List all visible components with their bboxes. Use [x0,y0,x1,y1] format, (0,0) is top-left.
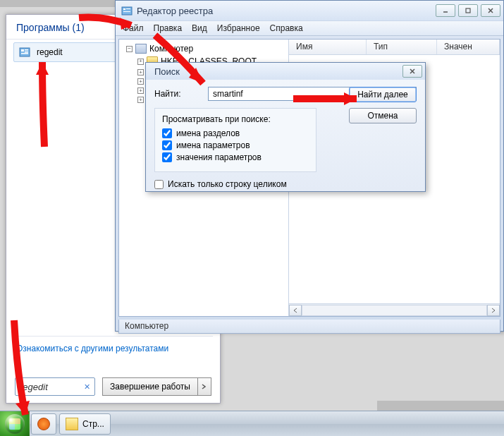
shutdown-label[interactable]: Завершение работы [102,377,197,396]
shutdown-button[interactable]: Завершение работы [102,377,211,396]
minimize-button[interactable] [436,4,455,17]
expand-icon[interactable]: + [137,97,144,103]
shutdown-menu-arrow[interactable] [197,377,211,396]
menu-view[interactable]: Вид [192,23,207,33]
titlebar[interactable]: Редактор реестра [116,1,503,20]
tree-root-label: Компьютер [149,44,193,54]
svg-rect-8 [123,11,130,12]
taskbar: Стр... [0,411,504,436]
clear-search-icon[interactable]: ✕ [84,382,90,392]
maximize-button[interactable] [458,4,478,17]
divider [13,336,213,337]
window-title: Редактор реестра [137,6,436,16]
search-scope-group: Просматривать при поиске: имена разделов… [154,108,316,172]
taskbar-button-explorer[interactable]: Стр... [59,413,111,435]
list-header: Имя Тип Значен [289,40,500,55]
svg-rect-2 [25,49,28,51]
checkbox[interactable] [162,152,172,162]
cancel-button[interactable]: Отмена [349,108,417,123]
folder-icon [66,418,78,430]
tree-root[interactable]: − Компьютер [121,42,287,55]
group-title: Просматривать при поиске: [162,114,309,124]
windows-logo-icon [5,414,25,434]
chk-keys[interactable]: имена разделов [162,128,309,138]
find-label: Найти: [154,89,199,99]
checkbox[interactable] [162,128,172,138]
firefox-icon [37,418,50,430]
chk-values[interactable]: имена параметров [162,140,309,150]
menu-favorites[interactable]: Избранное [217,23,260,33]
svg-rect-4 [21,53,28,54]
col-type[interactable]: Тип [367,40,437,54]
svg-rect-1 [21,49,24,52]
svg-rect-6 [123,8,125,10]
search-input[interactable] [20,382,78,392]
more-results-link[interactable]: Ознакомиться с другими результатами [16,344,168,353]
close-button[interactable] [481,4,500,17]
start-result-label: regedit [37,47,63,57]
start-search-box[interactable]: ✕ [15,377,95,396]
svg-rect-7 [126,8,130,9]
svg-rect-10 [466,8,470,13]
checkbox[interactable] [162,140,172,150]
svg-rect-3 [25,52,28,53]
col-value[interactable]: Значен [437,40,500,54]
menu-help[interactable]: Справка [270,23,303,33]
taskbar-button-firefox[interactable] [31,413,56,435]
chevron-right-icon [202,384,207,389]
regedit-icon [18,46,31,59]
scroll-left-button[interactable] [289,305,302,316]
scroll-right-button[interactable] [487,305,500,316]
checkbox[interactable] [154,180,164,189]
find-dialog: Поиск Найти: Просматривать при поиске: и… [145,62,426,192]
expand-icon[interactable]: + [137,59,144,65]
find-next-button[interactable]: Найти далее [349,87,417,102]
expand-icon[interactable]: + [137,78,144,85]
svg-rect-5 [122,7,132,15]
menu-file[interactable]: Файл [123,23,144,33]
expand-icon[interactable]: + [137,87,144,94]
menu-edit[interactable]: Правка [154,23,183,33]
scrollbar-track[interactable] [302,305,487,316]
col-name[interactable]: Имя [289,40,367,54]
dialog-title: Поиск [152,66,402,77]
computer-icon [135,44,147,54]
regedit-icon [121,5,133,16]
close-button[interactable] [402,65,422,78]
collapse-icon[interactable]: − [126,46,133,52]
chk-data[interactable]: значения параметров [162,152,309,162]
taskbar-button-label: Стр... [82,419,104,429]
expand-icon[interactable]: + [137,69,144,75]
menu-bar: Файл Правка Вид Избранное Справка [116,20,503,36]
status-bar: Компьютер [118,320,500,334]
start-button[interactable] [0,411,30,437]
chk-whole-string[interactable]: Искать только строку целиком [154,179,417,189]
horizontal-scrollbar[interactable] [289,303,500,316]
